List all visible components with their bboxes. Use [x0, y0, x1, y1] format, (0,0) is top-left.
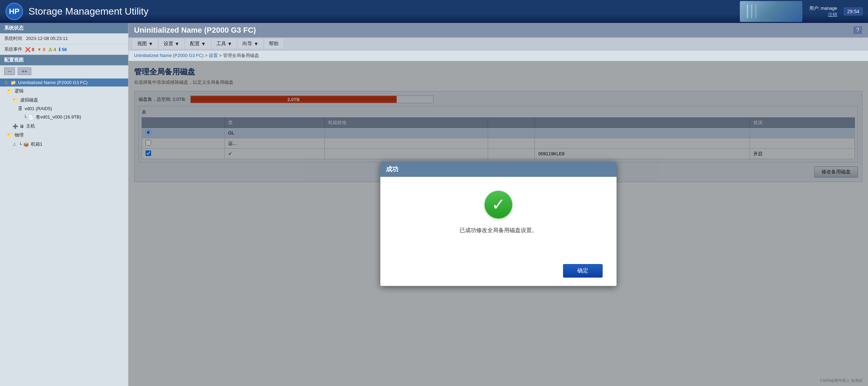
content-main-title: Uninitialized Name (P2000 G3 FC): [134, 26, 256, 35]
modal-overlay: 成功 ✓ 已成功修改全局备用磁盘设置。 确定: [129, 61, 868, 386]
user-label: 用户: manage: [809, 5, 837, 11]
user-info: 用户: manage 注销: [809, 5, 837, 18]
success-modal: 成功 ✓ 已成功修改全局备用磁盘设置。 确定: [380, 162, 617, 286]
warning-badge[interactable]: ▼ 0: [37, 47, 46, 52]
modal-footer: 确定: [380, 258, 617, 286]
folder-icon: 📁: [7, 89, 13, 94]
host-icon: ➕ 🖥: [13, 124, 24, 129]
confirm-button[interactable]: 确定: [563, 264, 603, 278]
menu-bar: 视图 ▼ 设置 ▼ 配置 ▼ 工具 ▼ 向导 ▼ 帮助: [129, 38, 868, 50]
chassis-icon: └ 📦: [19, 142, 29, 147]
menu-help[interactable]: 帮助: [264, 39, 283, 49]
tree-item-label: 卷vd01_v000 (16.9TB): [36, 114, 81, 120]
menu-wizard[interactable]: 向导 ▼: [238, 39, 263, 49]
config-view-label: 配置视图: [4, 57, 24, 63]
main-layout: 系统状态 系统时间 2023-12-08 05:23:11 系统事件 ❌ 0 ▼…: [0, 23, 868, 386]
header-left: HP Storage Management Utility: [6, 3, 149, 20]
system-status-label: 系统状态: [4, 25, 24, 31]
tree-item-volume[interactable]: └ 📄 卷vd01_v000 (16.9TB): [0, 113, 128, 122]
tree-item-vd01[interactable]: 🗄 vd01 (RAID5): [0, 105, 128, 113]
folder-icon: 📁: [7, 133, 13, 138]
menu-tools-label: 工具: [216, 41, 226, 47]
tree-item-chassis1[interactable]: ⚠ └ 📦 机箱1: [0, 140, 128, 149]
breadcrumb: Uninitialized Name (P2000 G3 FC) > 设置 > …: [129, 50, 868, 61]
modal-body: ✓ 已成功修改全局备用磁盘设置。: [380, 177, 617, 258]
system-events-label: 系统事件: [4, 46, 22, 52]
header-decorative-image: [740, 1, 802, 22]
tree-item-physical[interactable]: 📁 物理: [0, 131, 128, 140]
tree-item-label: vd01 (RAID5): [25, 106, 52, 111]
menu-settings-label: 设置: [164, 41, 173, 47]
tree-item-root[interactable]: ⚠ 📁 Uninitialized Name (P2000 G3 FC): [0, 79, 128, 87]
volume-icon: └ 📄: [24, 115, 34, 120]
menu-config-arrow: ▼: [201, 41, 206, 47]
warning-icon: ⚠: [4, 80, 8, 85]
breadcrumb-part1[interactable]: Uninitialized Name (P2000 G3 FC): [134, 53, 204, 58]
tree-item-virtual-disks[interactable]: 📁 虚拟磁盘: [0, 96, 128, 105]
modal-message: 已成功修改全局备用磁盘设置。: [460, 227, 537, 234]
page-content: 管理全局备用磁盘 在选择集中添加或移除磁盘，以定义全局备用磁盘 磁盘集，总空间:…: [129, 61, 868, 386]
modal-title-bar: 成功: [380, 162, 617, 177]
config-view-section: 配置视图: [0, 55, 128, 65]
menu-tools-arrow: ▼: [228, 41, 232, 47]
logout-link[interactable]: 注销: [809, 11, 837, 18]
menu-view-label: 视图: [137, 41, 147, 47]
info-badge[interactable]: ℹ 56: [59, 47, 67, 52]
error-badge[interactable]: ❌ 0: [25, 47, 34, 52]
breadcrumb-sep2: >: [219, 53, 223, 58]
sidebar: 系统状态 系统时间 2023-12-08 05:23:11 系统事件 ❌ 0 ▼…: [0, 23, 129, 386]
caution-badge[interactable]: ⚠ 4: [48, 47, 56, 52]
tree-item-label: 主机: [26, 123, 35, 129]
tree-item-label: 机箱1: [31, 141, 42, 147]
app-header: HP Storage Management Utility 用户: manage…: [0, 0, 868, 23]
header-right: 用户: manage 注销 29:54: [740, 1, 862, 22]
menu-tools[interactable]: 工具 ▼: [212, 39, 237, 49]
tree-item-hosts[interactable]: ➕ 🖥 主机: [0, 122, 128, 131]
tree-container: ⚠ 📁 Uninitialized Name (P2000 G3 FC) 📁 逻…: [0, 77, 128, 150]
tree-item-label: 逻辑: [15, 88, 24, 94]
menu-wizard-label: 向导: [242, 41, 252, 47]
folder-icon: 📁: [13, 98, 18, 103]
system-time-value: 2023-12-08 05:23:11: [26, 36, 68, 41]
help-button[interactable]: ?: [853, 26, 862, 34]
breadcrumb-part3: 管理全局备用磁盘: [223, 53, 259, 58]
menu-view-arrow: ▼: [148, 41, 153, 47]
menu-wizard-arrow: ▼: [254, 41, 258, 47]
content-header: Uninitialized Name (P2000 G3 FC) ?: [129, 23, 868, 38]
warning-icon-chassis: ⚠: [13, 142, 17, 147]
tree-item-label: Uninitialized Name (P2000 G3 FC): [18, 80, 88, 85]
breadcrumb-sep1: >: [205, 53, 209, 58]
system-events-row: 系统事件 ❌ 0 ▼ 0 ⚠ 4 ℹ 56: [0, 44, 128, 55]
expand-button[interactable]: ++: [18, 67, 31, 75]
collapse-button[interactable]: --: [4, 67, 15, 75]
system-time-row: 系统时间 2023-12-08 05:23:11: [0, 33, 128, 44]
app-title: Storage Management Utility: [28, 6, 149, 17]
menu-help-label: 帮助: [269, 41, 279, 47]
checkmark-icon: ✓: [491, 196, 505, 213]
menu-config-label: 配置: [190, 41, 200, 47]
menu-settings-arrow: ▼: [175, 41, 180, 47]
disk-icon: 🗄: [18, 106, 23, 111]
menu-config[interactable]: 配置 ▼: [185, 39, 210, 49]
menu-view[interactable]: 视图 ▼: [133, 39, 158, 49]
config-buttons-row: -- ++: [0, 65, 128, 77]
system-time-label: 系统时间: [4, 36, 22, 41]
breadcrumb-part2[interactable]: 设置: [209, 53, 218, 58]
tree-item-label: 物理: [15, 132, 24, 138]
hp-logo: HP: [6, 3, 23, 20]
timer-display: 29:54: [844, 8, 862, 15]
system-status-section: 系统状态: [0, 23, 128, 33]
success-icon: ✓: [485, 191, 512, 219]
tree-item-logical[interactable]: 📁 逻辑: [0, 87, 128, 96]
session-timer: 29:54: [844, 8, 862, 15]
tree-item-label: 虚拟磁盘: [20, 97, 38, 103]
menu-settings[interactable]: 设置 ▼: [159, 39, 184, 49]
folder-icon: 📁: [10, 80, 16, 85]
modal-title: 成功: [386, 166, 398, 173]
content-area: Uninitialized Name (P2000 G3 FC) ? 视图 ▼ …: [129, 23, 868, 386]
